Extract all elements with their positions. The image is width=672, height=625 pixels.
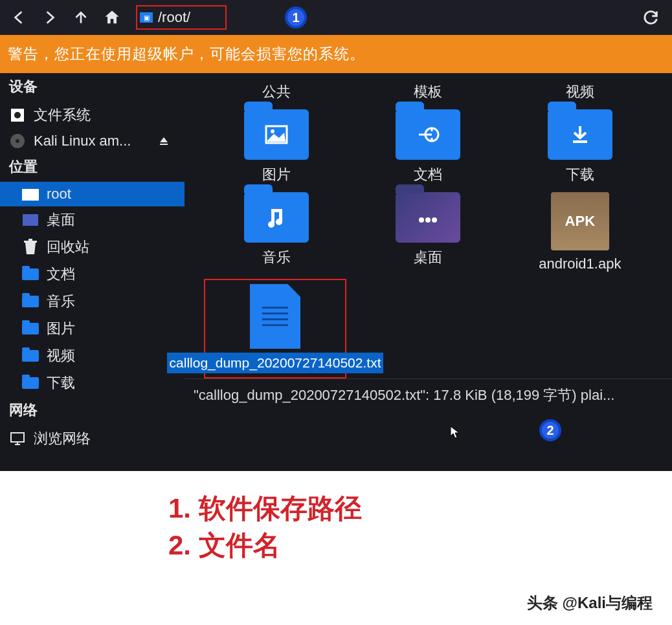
disc-icon (9, 133, 26, 149)
sidebar-item-label: root (47, 186, 71, 203)
drive-icon (9, 107, 26, 124)
sidebar-item-kali-media[interactable]: Kali Linux am... (0, 129, 185, 153)
trash-icon (22, 239, 39, 256)
sidebar-item-root[interactable]: root (0, 182, 185, 206)
annotation-text: 文件名 (199, 530, 280, 560)
desktop-icon (22, 212, 39, 228)
sidebar-item-label: 文件系统 (34, 105, 91, 125)
sidebar-item-downloads[interactable]: 下载 (0, 369, 185, 397)
folder-desktop[interactable]: 桌面 (363, 190, 493, 275)
folder-public[interactable]: 公共 (212, 80, 341, 104)
sidebar-item-browse-network[interactable]: 浏览网络 (0, 425, 185, 452)
annotation-text: 软件保存路径 (199, 493, 362, 523)
folder-icon (396, 192, 460, 243)
sidebar: 设备 文件系统 Kali Linux am... 位置 root (0, 73, 185, 471)
folder-documents[interactable]: 文档 (363, 107, 493, 187)
sidebar-section-places: 位置 (0, 153, 185, 182)
sidebar-item-label: 浏览网络 (34, 429, 91, 448)
sidebar-item-pictures[interactable]: 图片 (0, 315, 185, 342)
annotation-number: 1. (168, 493, 191, 523)
folder-icon (22, 320, 39, 337)
svg-point-12 (432, 217, 437, 223)
sidebar-item-filesystem[interactable]: 文件系统 (0, 102, 185, 129)
sidebar-item-label: 文档 (47, 265, 75, 284)
up-button[interactable] (66, 3, 96, 32)
refresh-button[interactable] (636, 3, 666, 32)
sidebar-item-music[interactable]: 音乐 (0, 288, 185, 315)
item-label: 桌面 (414, 248, 442, 267)
root-warning-bar: 警告，您正在使用超级帐户，可能会损害您的系统。 (0, 35, 672, 73)
back-button[interactable] (4, 3, 34, 32)
body: 设备 文件系统 Kali Linux am... 位置 root (0, 73, 672, 471)
item-label: 图片 (262, 165, 291, 184)
svg-point-10 (419, 217, 424, 223)
folder-icon (548, 109, 612, 160)
home-button[interactable] (97, 3, 127, 32)
file-calllog-txt[interactable]: calllog_dump_20200727140502.txt (204, 279, 346, 378)
folder-icon (22, 186, 39, 203)
folder-icon (244, 109, 309, 160)
svg-rect-5 (23, 214, 38, 226)
folder-icon (22, 266, 39, 283)
path-picture-icon: ▣ (140, 12, 153, 23)
callout-2: 2 (539, 419, 561, 441)
sidebar-item-label: 音乐 (47, 292, 75, 311)
watermark-credit: 头条 @Kali与编程 (527, 593, 653, 613)
folder-icon (244, 192, 309, 243)
sidebar-section-network: 网络 (0, 397, 185, 425)
path-text: /root/ (158, 9, 190, 26)
file-view[interactable]: 公共 模板 视频 图片 文档 下载 音乐 (185, 73, 672, 471)
sidebar-item-label: 图片 (47, 319, 75, 338)
svg-point-3 (16, 139, 19, 143)
sidebar-item-label: 桌面 (47, 210, 75, 230)
annotation-legend: 1. 软件保存路径 2. 文件名 (0, 471, 672, 564)
file-apk[interactable]: APK android1.apk (515, 190, 645, 275)
forward-button[interactable] (35, 3, 65, 32)
eject-icon[interactable] (159, 136, 169, 146)
folder-music[interactable]: 音乐 (212, 190, 341, 275)
path-bar[interactable]: ▣ /root/ (136, 5, 227, 30)
annotation-number: 2. (168, 530, 191, 560)
cursor-icon (450, 426, 460, 439)
sidebar-item-label: 下载 (47, 373, 75, 393)
folder-downloads[interactable]: 下载 (515, 107, 645, 187)
folder-icon (22, 347, 39, 364)
status-bar: "calllog_dump_20200727140502.txt": 17.8 … (185, 378, 672, 413)
item-label: android1.apk (539, 256, 621, 272)
folder-templates[interactable]: 模板 (363, 80, 493, 104)
apk-icon: APK (551, 192, 609, 250)
folder-icon (22, 375, 39, 391)
svg-rect-4 (22, 189, 39, 201)
folder-videos[interactable]: 视频 (515, 80, 645, 104)
text-file-icon (250, 284, 300, 349)
sidebar-item-documents[interactable]: 文档 (0, 261, 185, 288)
item-label: 模板 (414, 82, 442, 102)
toolbar: ▣ /root/ 1 (0, 0, 672, 35)
svg-point-11 (425, 217, 431, 223)
sidebar-item-videos[interactable]: 视频 (0, 342, 185, 369)
folder-icon (396, 109, 460, 160)
sidebar-item-label: Kali Linux am... (34, 133, 131, 149)
sidebar-item-desktop[interactable]: 桌面 (0, 206, 185, 234)
file-manager-window: ▣ /root/ 1 警告，您正在使用超级帐户，可能会损害您的系统。 设备 文件… (0, 0, 672, 471)
sidebar-item-trash[interactable]: 回收站 (0, 234, 185, 261)
item-label: 公共 (262, 82, 291, 102)
svg-point-8 (271, 129, 274, 133)
sidebar-item-label: 视频 (47, 346, 75, 366)
item-label: 音乐 (262, 248, 291, 267)
item-label: calllog_dump_20200727140502.txt (167, 353, 384, 373)
sidebar-item-label: 回收站 (47, 237, 89, 257)
item-label: 视频 (566, 82, 594, 102)
sidebar-section-devices: 设备 (0, 73, 185, 102)
item-label: 文档 (414, 165, 442, 184)
network-icon (9, 430, 26, 447)
folder-icon (22, 293, 39, 310)
item-label: 下载 (566, 165, 594, 184)
folder-pictures[interactable]: 图片 (212, 107, 341, 187)
callout-1: 1 (285, 6, 307, 28)
svg-rect-6 (11, 433, 24, 442)
svg-point-1 (14, 112, 21, 118)
